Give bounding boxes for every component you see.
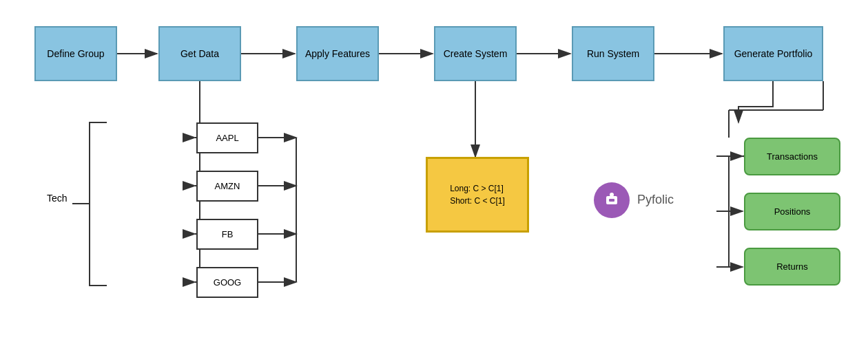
system-strategy-box: Long: C > C[1]Short: C < C[1]: [426, 157, 529, 233]
goog-box: GOOG: [196, 267, 258, 298]
svg-point-28: [610, 193, 614, 197]
pyfolic-label: Pyfolic: [637, 193, 674, 207]
generate-portfolio-box: Generate Portfolio: [723, 26, 823, 81]
apply-features-box: Apply Features: [296, 26, 379, 81]
define-group-box: Define Group: [34, 26, 117, 81]
svg-rect-27: [609, 199, 614, 202]
pyfolic-icon: [602, 191, 621, 210]
create-system-box: Create System: [434, 26, 517, 81]
fb-box: FB: [196, 219, 258, 250]
positions-cylinder: Positions: [744, 193, 840, 230]
amzn-box: AMZN: [196, 171, 258, 202]
workflow-diagram: Define Group Get Data Apply Features Cre…: [0, 0, 868, 344]
run-system-box: Run System: [572, 26, 654, 81]
get-data-box: Get Data: [158, 26, 241, 81]
returns-cylinder: Returns: [744, 248, 840, 286]
pyfolic-logo: [594, 182, 630, 218]
tech-label: Tech: [47, 193, 68, 204]
aapl-box: AAPL: [196, 122, 258, 153]
transactions-cylinder: Transactions: [744, 138, 840, 175]
